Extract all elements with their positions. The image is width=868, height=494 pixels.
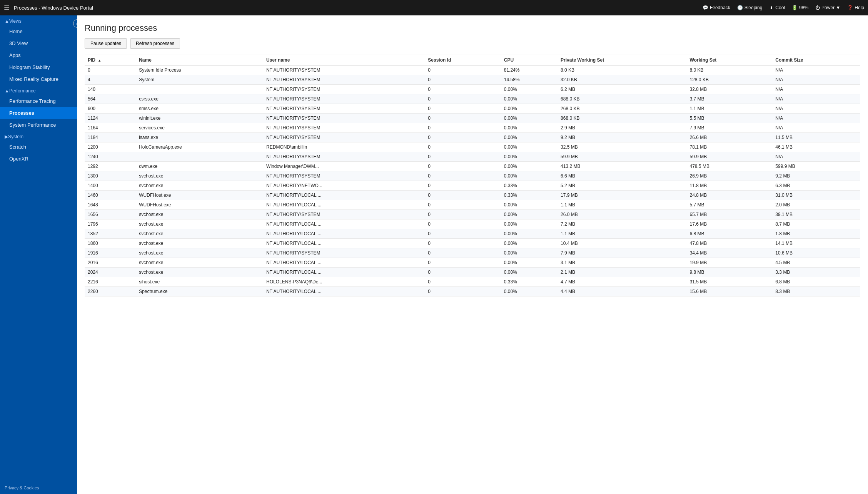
table-row[interactable]: 2260Spectrum.exeNT AUTHORITY\LOCAL ...00… [85,287,860,296]
system-section-header: ▶System [0,131,77,141]
table-cell: svchost.exe [136,268,263,277]
table-cell: 8.3 MB [772,287,860,296]
table-cell: 0 [425,239,501,248]
table-row[interactable]: 140NT AUTHORITY\SYSTEM00.00%6.2 MB32.8 M… [85,85,860,94]
table-cell: smss.exe [136,104,263,114]
table-cell: 26.6 MB [687,133,773,142]
table-cell: N/A [772,85,860,94]
feedback-button[interactable]: 💬 Feedback [703,5,730,10]
table-row[interactable]: 600smss.exeNT AUTHORITY\SYSTEM00.00%268.… [85,104,860,114]
hamburger-icon[interactable]: ☰ [4,4,9,12]
table-cell: 0.00% [501,268,558,277]
table-cell: 6.2 MB [558,85,686,94]
table-cell: 10.4 MB [558,239,686,248]
table-cell: svchost.exe [136,181,263,191]
table-cell: NT AUTHORITY\SYSTEM [263,171,425,181]
table-row[interactable]: 4SystemNT AUTHORITY\SYSTEM014.58%32.0 KB… [85,75,860,85]
table-row[interactable]: 2216sihost.exeHOLOLENS-P3NAQ6\De...00.33… [85,277,860,287]
table-cell: System Idle Process [136,65,263,75]
table-cell: csrss.exe [136,94,263,104]
table-row[interactable]: 1200HoloCameraApp.exeREDMOND\ambillin00.… [85,142,860,152]
sidebar-item-mixed-reality-capture[interactable]: Mixed Reality Capture [0,73,77,85]
table-row[interactable]: 2016svchost.exeNT AUTHORITY\LOCAL ...00.… [85,258,860,268]
table-row[interactable]: 1292dwm.exeWindow Manager\DWM...00.00%41… [85,162,860,171]
table-cell: 32.8 MB [687,85,773,94]
table-cell: 1400 [85,181,136,191]
sidebar-item-home[interactable]: Home [0,25,77,37]
help-button[interactable]: ❓ Help [847,5,864,10]
col-ws[interactable]: Working Set [687,55,773,65]
table-cell: svchost.exe [136,258,263,268]
table-cell: 688.0 KB [558,94,686,104]
topbar: ☰ Processes - Windows Device Portal 💬 Fe… [0,0,868,15]
table-cell: 59.9 MB [687,152,773,162]
table-row[interactable]: 1796svchost.exeNT AUTHORITY\LOCAL ...00.… [85,219,860,229]
table-cell: svchost.exe [136,229,263,239]
table-row[interactable]: 1124wininit.exeNT AUTHORITY\SYSTEM00.00%… [85,114,860,123]
table-cell: wininit.exe [136,114,263,123]
table-cell: 128.0 KB [687,75,773,85]
privacy-cookies-link[interactable]: Privacy & Cookies [0,482,77,494]
table-cell: 59.9 MB [558,152,686,162]
table-row[interactable]: 1240NT AUTHORITY\SYSTEM00.00%59.9 MB59.9… [85,152,860,162]
col-pid[interactable]: PID ▲ [85,55,136,65]
sidebar: ◀ ▲Views Home 3D View Apps Hologram Stab… [0,15,77,494]
table-cell: N/A [772,65,860,75]
table-row[interactable]: 1852svchost.exeNT AUTHORITY\LOCAL ...00.… [85,229,860,239]
table-row[interactable]: 0System Idle ProcessNT AUTHORITY\SYSTEM0… [85,65,860,75]
table-row[interactable]: 1648WUDFHost.exeNT AUTHORITY\LOCAL ...00… [85,200,860,210]
action-buttons: Pause updates Refresh processes [85,39,860,49]
cool-button[interactable]: 🌡 Cool [769,5,785,10]
table-row[interactable]: 1164services.exeNT AUTHORITY\SYSTEM00.00… [85,123,860,133]
sidebar-item-scratch[interactable]: Scratch [0,141,77,153]
table-row[interactable]: 2024svchost.exeNT AUTHORITY\LOCAL ...00.… [85,268,860,277]
col-private-ws[interactable]: Private Working Set [558,55,686,65]
table-cell: 1.1 MB [558,200,686,210]
table-cell: N/A [772,152,860,162]
col-commit[interactable]: Commit Size [772,55,860,65]
table-row[interactable]: 1916svchost.exeNT AUTHORITY\SYSTEM00.00%… [85,248,860,258]
col-cpu[interactable]: CPU [501,55,558,65]
table-cell: NT AUTHORITY\SYSTEM [263,65,425,75]
table-cell: 0 [85,65,136,75]
table-row[interactable]: 1460WUDFHost.exeNT AUTHORITY\LOCAL ...00… [85,191,860,200]
sidebar-item-openxr[interactable]: OpenXR [0,153,77,165]
table-row[interactable]: 1300svchost.exeNT AUTHORITY\SYSTEM00.00%… [85,171,860,181]
sleeping-button[interactable]: 🕐 Sleeping [737,5,763,10]
table-cell: 15.6 MB [687,287,773,296]
table-header: PID ▲ Name User name Session Id CPU Priv… [85,55,860,65]
table-cell: NT AUTHORITY\NETWO... [263,181,425,191]
refresh-processes-button[interactable]: Refresh processes [130,39,180,49]
table-cell: NT AUTHORITY\LOCAL ... [263,287,425,296]
table-cell: HOLOLENS-P3NAQ6\De... [263,277,425,287]
table-cell: 6.6 MB [558,171,686,181]
sidebar-item-processes[interactable]: Processes [0,107,77,119]
col-session[interactable]: Session Id [425,55,501,65]
sidebar-item-hologram-stability[interactable]: Hologram Stability [0,61,77,73]
col-username[interactable]: User name [263,55,425,65]
table-cell: 9.8 MB [687,268,773,277]
table-cell: 8.0 KB [558,65,686,75]
power-button[interactable]: ⏻ Power ▼ [815,5,840,10]
pause-updates-button[interactable]: Pause updates [85,39,127,49]
table-row[interactable]: 1184lsass.exeNT AUTHORITY\SYSTEM00.00%9.… [85,133,860,142]
sidebar-item-apps[interactable]: Apps [0,49,77,61]
table-row[interactable]: 564csrss.exeNT AUTHORITY\SYSTEM00.00%688… [85,94,860,104]
table-row[interactable]: 1656svchost.exeNT AUTHORITY\SYSTEM00.00%… [85,210,860,219]
table-cell: 1.8 MB [772,229,860,239]
sidebar-item-system-performance[interactable]: System Performance [0,119,77,131]
col-name[interactable]: Name [136,55,263,65]
feedback-icon: 💬 [703,5,708,10]
processes-table: PID ▲ Name User name Session Id CPU Priv… [85,55,860,296]
table-cell: 24.8 MB [687,191,773,200]
table-cell: 7.2 MB [558,219,686,229]
table-cell: 1300 [85,171,136,181]
table-row[interactable]: 1400svchost.exeNT AUTHORITY\NETWO...00.3… [85,181,860,191]
sidebar-item-3dview[interactable]: 3D View [0,37,77,49]
table-cell: 0 [425,248,501,258]
processes-table-container[interactable]: PID ▲ Name User name Session Id CPU Priv… [85,55,860,494]
table-cell: 0 [425,152,501,162]
sidebar-item-performance-tracing[interactable]: Performance Tracing [0,95,77,107]
table-cell: 0 [425,123,501,133]
table-row[interactable]: 1860svchost.exeNT AUTHORITY\LOCAL ...00.… [85,239,860,248]
